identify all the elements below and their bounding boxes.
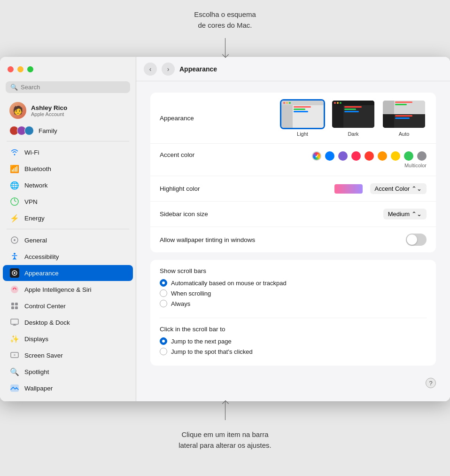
siri-icon xyxy=(9,284,20,295)
search-bar[interactable]: 🔍 xyxy=(6,81,130,93)
sidebar-item-wifi[interactable]: Wi-Fi xyxy=(3,144,133,160)
accent-gray[interactable] xyxy=(417,151,427,161)
sidebar-item-desktop[interactable]: Desktop & Dock xyxy=(3,314,133,330)
sidebar-item-appearance-label: Appearance xyxy=(24,270,59,277)
scroll-scrolling-radio[interactable] xyxy=(160,289,167,297)
help-button[interactable]: ? xyxy=(426,378,436,388)
control-icon xyxy=(9,301,20,311)
accent-color-control: Multicolor xyxy=(244,151,427,168)
click-scroll-title: Click in the scroll bar to xyxy=(160,326,427,333)
accent-yellow[interactable] xyxy=(391,151,400,161)
svg-rect-11 xyxy=(15,306,18,309)
sidebar-item-energy[interactable]: ⚡ Energy xyxy=(3,210,133,226)
scroll-always-item: Always xyxy=(160,300,427,307)
scroll-always-label: Always xyxy=(171,300,190,307)
accent-multicolor[interactable] xyxy=(312,151,321,161)
sidebar-item-accessibility-label: Accessibility xyxy=(24,253,59,260)
accent-sublabel: Multicolor xyxy=(404,163,427,168)
annotation-text-bottom: Clique em um item na barralateral para a… xyxy=(178,430,272,449)
svg-point-2 xyxy=(14,239,16,241)
accessibility-icon xyxy=(9,251,20,262)
appearance-icon xyxy=(9,268,20,278)
accent-blue[interactable] xyxy=(325,151,334,161)
auto-label: Auto xyxy=(399,131,410,137)
appearance-control: Light xyxy=(244,99,427,137)
scroll-always-radio[interactable] xyxy=(160,300,167,307)
click-spot-radio[interactable] xyxy=(160,348,167,355)
sidebar-item-bluetooth-label: Bluetooth xyxy=(24,165,51,172)
highlight-color-dropdown[interactable]: Accent Color ⌃⌄ xyxy=(370,183,427,194)
accent-color-row-dots xyxy=(312,151,427,161)
sidebar-icon-size-row: Sidebar icon size Medium ⌃⌄ xyxy=(150,202,436,227)
scroll-bars-section: Show scroll bars Automatically based on … xyxy=(150,260,436,318)
light-label: Light xyxy=(297,131,308,137)
appearance-auto-option[interactable]: Auto xyxy=(381,99,427,137)
dropdown-arrows-icon-2: ⌃⌄ xyxy=(411,211,422,218)
wallpaper-tinting-toggle[interactable] xyxy=(406,234,427,246)
sidebar-item-wallpaper[interactable]: Wallpaper xyxy=(3,380,133,396)
profile-sub: Apple Account xyxy=(31,111,67,117)
sidebar-item-family[interactable]: Family xyxy=(3,123,133,138)
search-input[interactable] xyxy=(21,84,125,91)
svg-rect-12 xyxy=(11,319,18,324)
appearance-label: Appearance xyxy=(160,115,244,122)
bottom-annotation: Clique em um item na barralateral para a… xyxy=(178,429,272,451)
desktop-icon xyxy=(9,317,20,328)
close-button[interactable] xyxy=(8,66,14,72)
sidebar-item-siri[interactable]: Apple Intelligence & Siri xyxy=(3,281,133,297)
titlebar xyxy=(0,57,136,81)
appearance-dark-option[interactable]: Dark xyxy=(331,99,376,137)
sidebar-item-profile[interactable]: 🧑 Ashley Rico Apple Account xyxy=(3,98,133,123)
sidebar-item-vpn[interactable]: VPN xyxy=(3,194,133,210)
sidebar-icon-size-dropdown[interactable]: Medium ⌃⌄ xyxy=(383,209,427,219)
sidebar-item-bluetooth[interactable]: 📶 Bluetooth xyxy=(3,161,133,177)
click-next-label: Jump to the next page xyxy=(171,338,232,345)
auto-thumb xyxy=(381,99,427,129)
accent-orange[interactable] xyxy=(378,151,387,161)
sidebar-item-appearance[interactable]: Appearance xyxy=(3,265,133,281)
accent-red[interactable] xyxy=(365,151,374,161)
scroll-auto-label: Automatically based on mouse or trackpad xyxy=(171,280,287,287)
click-next-item: Jump to the next page xyxy=(160,337,427,345)
scroll-scrolling-item: When scrolling xyxy=(160,289,427,297)
svg-rect-8 xyxy=(11,303,14,305)
sidebar: 🔍 🧑 Ashley Rico Apple Account xyxy=(0,57,136,401)
profile-name: Ashley Rico xyxy=(31,104,67,111)
sidebar-icon-size-value: Medium xyxy=(388,211,410,218)
sidebar-item-screensaver-label: Screen Saver xyxy=(24,352,63,359)
sidebar-item-general[interactable]: General xyxy=(3,232,133,248)
sidebar-item-accessibility[interactable]: Accessibility xyxy=(3,249,133,265)
sidebar-scroll: 🧑 Ashley Rico Apple Account Family xyxy=(0,98,136,401)
back-button[interactable]: ‹ xyxy=(144,62,157,76)
appearance-light-option[interactable]: Light xyxy=(280,99,325,137)
click-next-radio[interactable] xyxy=(160,337,167,345)
sidebar-item-network-label: Network xyxy=(24,182,48,189)
sidebar-item-spotlight[interactable]: 🔍 Spotlight xyxy=(3,364,133,380)
avatar: 🧑 xyxy=(9,102,26,119)
svg-point-7 xyxy=(11,286,18,293)
sidebar-item-control-label: Control Center xyxy=(24,303,66,310)
accent-color-label: Accent color xyxy=(160,151,244,158)
maximize-button[interactable] xyxy=(27,66,33,72)
forward-button[interactable]: › xyxy=(162,62,175,76)
scroll-auto-radio[interactable] xyxy=(160,279,167,287)
wallpaper-icon xyxy=(9,383,20,393)
dark-thumb xyxy=(331,99,376,129)
sidebar-item-control[interactable]: Control Center xyxy=(3,298,133,314)
annotation-line-top xyxy=(225,38,225,57)
sidebar-item-siri-label: Apple Intelligence & Siri xyxy=(24,286,92,293)
wallpaper-tinting-label: Allow wallpaper tinting in windows xyxy=(160,236,255,243)
sidebar-item-displays[interactable]: ✨ Displays xyxy=(3,331,133,347)
accent-purple[interactable] xyxy=(338,151,348,161)
spotlight-icon: 🔍 xyxy=(9,367,20,377)
scroll-bars-card: Show scroll bars Automatically based on … xyxy=(150,260,436,366)
accent-green[interactable] xyxy=(404,151,413,161)
energy-icon: ⚡ xyxy=(9,213,20,223)
bluetooth-icon: 📶 xyxy=(9,164,20,174)
accent-pink[interactable] xyxy=(351,151,361,161)
sidebar-item-screensaver[interactable]: Screen Saver xyxy=(3,347,133,363)
highlight-color-control: Accent Color ⌃⌄ xyxy=(244,183,427,194)
click-scroll-section: Click in the scroll bar to Jump to the n… xyxy=(150,318,436,366)
minimize-button[interactable] xyxy=(17,66,23,72)
sidebar-item-network[interactable]: 🌐 Network xyxy=(3,177,133,193)
